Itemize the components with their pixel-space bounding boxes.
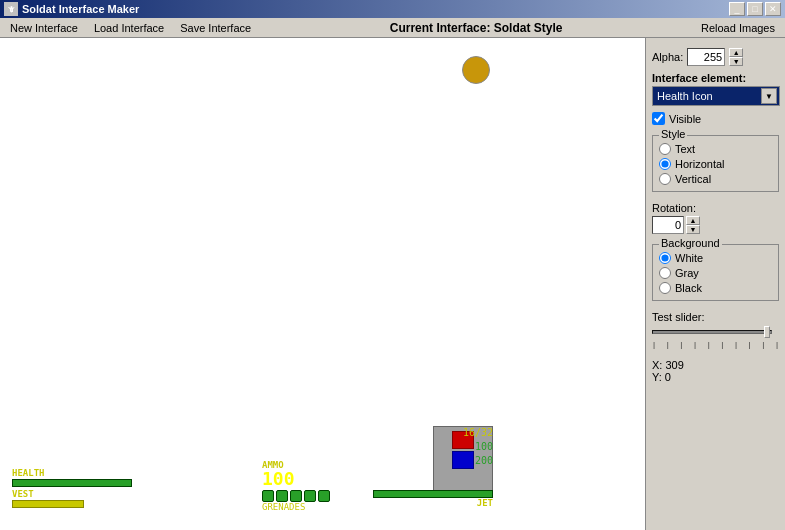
load-interface-menu[interactable]: Load Interface <box>86 18 172 37</box>
rotation-input[interactable] <box>652 216 684 234</box>
bg-gray-row: Gray <box>659 267 772 279</box>
alpha-up-button[interactable]: ▲ <box>729 48 743 57</box>
style-fieldset: Style Text Horizontal Vertical <box>652 135 779 192</box>
grenade-dot-5 <box>318 490 330 502</box>
slider-rail <box>652 330 772 334</box>
grenades-label: GRENADES <box>262 502 382 512</box>
coord-y: Y: 0 <box>652 371 779 383</box>
score-200: 200 <box>463 454 493 468</box>
grenade-dot-4 <box>304 490 316 502</box>
style-vertical-label: Vertical <box>675 173 711 185</box>
bg-gray-radio[interactable] <box>659 267 671 279</box>
rotation-label: Rotation: <box>652 202 779 214</box>
grenade-dot-2 <box>276 490 288 502</box>
interface-element-label: Interface element: <box>652 72 779 84</box>
bg-gray-label: Gray <box>675 267 699 279</box>
style-horizontal-radio[interactable] <box>659 158 671 170</box>
tick-9: | <box>762 340 764 349</box>
style-vertical-row: Vertical <box>659 173 772 185</box>
rotation-row: ▲ ▼ <box>652 216 779 234</box>
save-interface-menu[interactable]: Save Interface <box>172 18 259 37</box>
tick-3: | <box>680 340 682 349</box>
bg-white-label: White <box>675 252 703 264</box>
test-slider-section: Test slider: | | | | | | | | | | <box>652 307 779 349</box>
style-horizontal-row: Horizontal <box>659 158 772 170</box>
tick-2: | <box>667 340 669 349</box>
interface-element-dropdown-wrapper[interactable]: Health Icon ▼ <box>652 86 779 106</box>
close-button[interactable]: ✕ <box>765 2 781 16</box>
score-top: 16/32 <box>463 426 493 440</box>
grenades-dots <box>262 490 382 502</box>
alpha-down-button[interactable]: ▼ <box>729 57 743 66</box>
tick-1: | <box>653 340 655 349</box>
health-widget: HEALTH VEST <box>12 468 132 508</box>
tick-8: | <box>749 340 751 349</box>
health-label: HEALTH <box>12 468 132 478</box>
interface-element-select[interactable]: Health Icon <box>652 86 780 106</box>
app-icon: 🗡 <box>4 2 18 16</box>
title-bar: 🗡 Soldat Interface Maker _ □ ✕ <box>0 0 785 18</box>
visible-label: Visible <box>669 113 701 125</box>
menu-right: Reload Images <box>693 20 783 36</box>
jet-label: JET <box>373 498 493 508</box>
style-legend: Style <box>659 128 687 140</box>
app-title: Soldat Interface Maker <box>22 3 139 15</box>
interface-element-section: Interface element: Health Icon ▼ <box>652 72 779 106</box>
health-bar <box>12 479 132 487</box>
current-interface-center: Current Interface: Soldat Style <box>259 21 693 35</box>
style-text-row: Text <box>659 143 772 155</box>
vest-bar <box>12 500 84 508</box>
alpha-input[interactable] <box>687 48 725 66</box>
tick-7: | <box>735 340 737 349</box>
rotation-down-button[interactable]: ▼ <box>686 225 700 234</box>
vest-label: VEST <box>12 489 132 499</box>
menu-bar: New Interface Load Interface Save Interf… <box>0 18 785 38</box>
coord-x: X: 309 <box>652 359 779 371</box>
right-panel: Alpha: ▲ ▼ Interface element: Health Ico… <box>645 38 785 530</box>
alpha-label: Alpha: <box>652 51 683 63</box>
rotation-spinner[interactable]: ▲ ▼ <box>686 216 700 234</box>
grenade-dot-1 <box>262 490 274 502</box>
alpha-spinner[interactable]: ▲ ▼ <box>729 48 743 66</box>
title-bar-text: 🗡 Soldat Interface Maker <box>4 2 139 16</box>
health-icon-swatch[interactable] <box>462 56 490 84</box>
slider-ticks: | | | | | | | | | | <box>652 340 779 349</box>
coords-section: X: 309 Y: 0 <box>652 359 779 383</box>
style-text-radio[interactable] <box>659 143 671 155</box>
new-interface-menu[interactable]: New Interface <box>2 18 86 37</box>
bg-black-radio[interactable] <box>659 282 671 294</box>
alpha-row: Alpha: ▲ ▼ <box>652 48 779 66</box>
tick-4: | <box>694 340 696 349</box>
tick-10: | <box>776 340 778 349</box>
bg-black-row: Black <box>659 282 772 294</box>
ammo-widget: AMMO 100 GRENADES <box>262 460 382 512</box>
slider-thumb[interactable] <box>764 326 770 338</box>
jet-widget: JET <box>373 489 493 508</box>
style-vertical-radio[interactable] <box>659 173 671 185</box>
background-fieldset: Background White Gray Black <box>652 244 779 301</box>
style-text-label: Text <box>675 143 695 155</box>
rotation-up-button[interactable]: ▲ <box>686 216 700 225</box>
grenade-dot-3 <box>290 490 302 502</box>
bg-white-row: White <box>659 252 772 264</box>
visible-checkbox-row: Visible <box>652 112 779 125</box>
background-legend: Background <box>659 237 722 249</box>
bg-white-radio[interactable] <box>659 252 671 264</box>
tick-5: | <box>708 340 710 349</box>
reload-images-menu[interactable]: Reload Images <box>693 20 783 36</box>
score-widget: 16/32 100 200 <box>463 426 493 468</box>
test-slider-track[interactable] <box>652 325 772 339</box>
canvas-area[interactable]: 16/32 100 200 HEALTH VEST AMMO 100 GRENA… <box>0 38 645 530</box>
style-horizontal-label: Horizontal <box>675 158 725 170</box>
visible-checkbox[interactable] <box>652 112 665 125</box>
maximize-button[interactable]: □ <box>747 2 763 16</box>
test-slider-label: Test slider: <box>652 311 779 323</box>
rotation-section: Rotation: ▲ ▼ <box>652 198 779 234</box>
score-100: 100 <box>463 440 493 454</box>
jet-bar <box>373 490 493 498</box>
minimize-button[interactable]: _ <box>729 2 745 16</box>
title-bar-controls[interactable]: _ □ ✕ <box>729 2 781 16</box>
ammo-count: 100 <box>262 470 382 488</box>
tick-6: | <box>721 340 723 349</box>
main-area: 16/32 100 200 HEALTH VEST AMMO 100 GRENA… <box>0 38 785 530</box>
